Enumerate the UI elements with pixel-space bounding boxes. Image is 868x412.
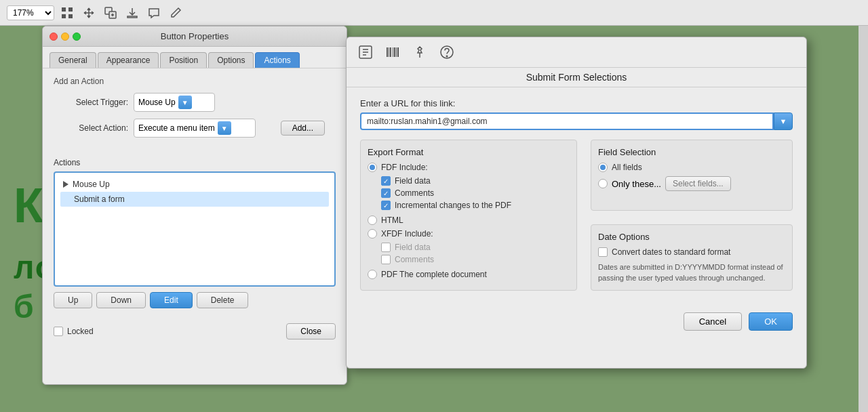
submit-form-dialog: Submit Form Selections Enter a URL for t… [346,37,807,369]
help-tool-icon[interactable] [437,43,456,62]
move-icon[interactable] [80,4,98,22]
convert-dates-label: Convert dates to standard format [612,247,730,257]
all-fields-radio[interactable] [598,163,608,172]
zoom-in-icon[interactable] [102,4,119,22]
pdf-label: PDF The complete document [381,270,487,279]
locked-label: Locked [67,327,94,336]
button-properties-panel: Button Properties General Appearance Pos… [42,26,347,385]
action-group: Mouse Up Submit a form [58,176,332,209]
comments-row: ✓ Comments [368,188,570,198]
tab-options[interactable]: Options [208,52,254,68]
incremental-checkbox[interactable]: ✓ [381,201,391,210]
date-options-title: Date Options [598,232,785,242]
traffic-lights [50,33,81,41]
comments-label: Comments [395,188,434,198]
field-data-checkbox[interactable]: ✓ [381,176,391,186]
svg-rect-13 [394,47,395,57]
field-selection-section: Field Selection All fields Only these...… [591,140,793,211]
incremental-label: Incremental changes to the PDF [395,201,511,210]
export-format-section: Export Format FDF Include: ✓ Field data … [360,140,577,291]
expand-triangle [63,181,68,188]
trigger-arrow[interactable]: ▼ [178,96,192,109]
url-label: Enter a URL for this link: [360,98,793,108]
actions-section: Actions Mouse Up Submit a form [43,158,347,287]
html-radio-row: HTML [368,215,570,225]
close-button[interactable]: Close [286,323,336,339]
dialog-body: Enter a URL for this link: ▼ Export Form… [347,87,806,302]
fdf-radio[interactable] [368,163,377,172]
date-note: Dates are submitted in D:YYYYMMDD format… [598,262,785,283]
trigger-value: Mouse Up [138,98,176,107]
action-group-header: Mouse Up [60,178,329,190]
dialog-toolbar [347,37,806,68]
action-item[interactable]: Submit a form [60,192,329,207]
all-fields-row: All fields [598,163,785,172]
action-group-label: Mouse Up [73,180,110,189]
add-action-section: Add an Action Select Trigger: Mouse Up ▼… [43,68,347,152]
zoom-select[interactable]: 177% [7,5,54,20]
up-button[interactable]: Up [54,292,92,308]
tab-general[interactable]: General [50,52,96,68]
ok-button[interactable]: OK [749,312,793,331]
minimize-traffic-light[interactable] [61,33,69,41]
select-fields-button[interactable]: Select fields... [665,176,731,191]
tab-actions[interactable]: Actions [255,52,299,68]
trigger-select[interactable]: Mouse Up ▼ [134,93,215,112]
edit-button[interactable]: Edit [150,292,193,308]
html-radio[interactable] [368,215,377,225]
only-these-radio[interactable] [598,179,608,188]
comments-checkbox[interactable]: ✓ [381,188,391,198]
pin-tool-icon[interactable] [410,43,429,62]
action-value: Execute a menu item [138,123,215,133]
only-these-label: Only these... [612,179,661,189]
xfdf-radio[interactable] [368,229,377,239]
svg-rect-9 [387,47,388,57]
right-column: Field Selection All fields Only these...… [591,140,793,291]
xfdf-comments-label: Comments [395,255,434,264]
tab-position[interactable]: Position [160,52,207,68]
xfdf-field-data-checkbox[interactable] [381,243,391,252]
grid-icon[interactable] [58,4,76,22]
cancel-button[interactable]: Cancel [684,312,742,331]
maximize-traffic-light[interactable] [73,33,81,41]
actions-list: Mouse Up Submit a form [54,171,336,287]
url-input[interactable] [360,112,774,130]
down-button[interactable]: Down [96,292,146,308]
svg-rect-12 [393,47,393,57]
delete-button[interactable]: Delete [197,292,249,308]
download-icon[interactable] [123,4,141,22]
svg-rect-0 [62,7,66,12]
comment-icon[interactable] [145,4,163,22]
edit-tool-icon[interactable] [356,43,375,62]
url-dropdown-button[interactable]: ▼ [774,112,793,130]
panel-titlebar: Button Properties [43,26,347,47]
tab-appearance[interactable]: Appearance [98,52,159,68]
scrollbar[interactable] [859,26,868,412]
convert-dates-row: Convert dates to standard format [598,247,785,257]
locked-checkbox[interactable] [54,327,63,336]
xfdf-field-data-row: Field data [368,243,570,252]
svg-rect-11 [390,47,391,57]
add-button[interactable]: Add... [281,121,325,136]
barcode-tool-icon[interactable] [383,43,402,62]
action-buttons: Up Down Edit Delete [43,287,347,314]
pen-icon[interactable] [167,4,184,22]
action-arrow[interactable]: ▼ [218,121,231,135]
url-input-row: ▼ [360,112,793,130]
all-fields-label: All fields [612,163,642,172]
date-options-section: Date Options Convert dates to standard f… [591,224,793,291]
main-toolbar: 177% [0,0,868,26]
svg-point-18 [446,56,448,57]
panel-tabs: General Appearance Position Options Acti… [43,47,347,68]
svg-rect-1 [68,7,73,12]
only-these-row: Only these... Select fields... [598,176,785,191]
xfdf-field-data-label: Field data [395,243,431,252]
action-select[interactable]: Execute a menu item ▼ [134,119,256,138]
fdf-label: FDF Include: [381,163,428,172]
xfdf-comments-checkbox[interactable] [381,255,391,264]
close-traffic-light[interactable] [50,33,58,41]
svg-rect-3 [68,14,73,18]
pdf-radio[interactable] [368,270,377,279]
convert-dates-checkbox[interactable] [598,247,608,257]
export-format-title: Export Format [368,147,570,157]
